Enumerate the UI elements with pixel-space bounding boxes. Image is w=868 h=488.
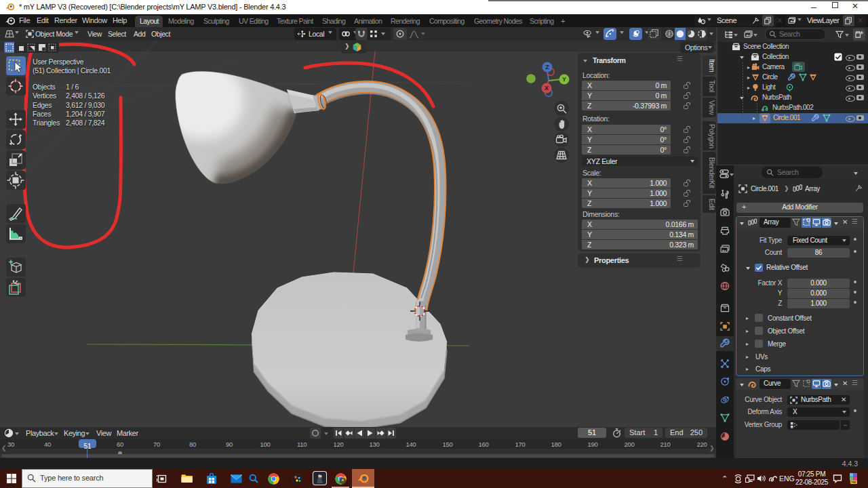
svg-text:PRE: PRE — [851, 481, 856, 484]
svg-text:Y: Y — [562, 76, 566, 83]
svg-text:Z: Z — [545, 64, 549, 70]
svg-text:X: X — [545, 85, 549, 92]
